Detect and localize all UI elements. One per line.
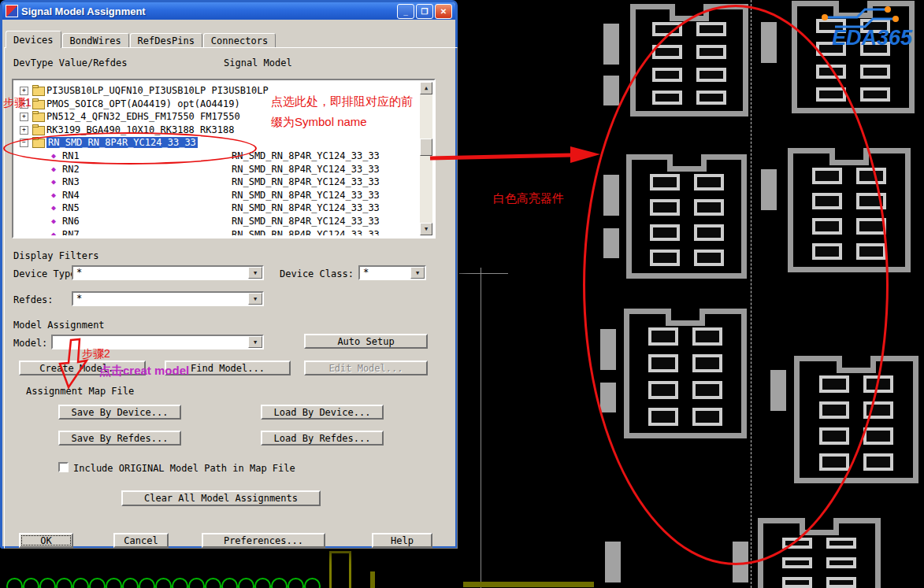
step1-note: 步骤1 bbox=[3, 96, 32, 110]
tree-row-label[interactable]: RN2 bbox=[62, 164, 80, 175]
device-type-value[interactable]: * bbox=[72, 265, 264, 280]
column-header-signal-model: Signal Model bbox=[224, 57, 292, 68]
load-by-refdes-button[interactable]: Load By Refdes... bbox=[261, 431, 384, 446]
tree-row-label[interactable]: PI3USB10LP_UQFN10_PI3USB10LP PI3USB10LP bbox=[46, 85, 269, 96]
tree-row-label[interactable]: PN512_4_QFN32_EDHS_FM17550 FM17550 bbox=[46, 111, 240, 122]
tree-expand-icon[interactable]: + bbox=[20, 126, 28, 135]
model-label: Model: bbox=[13, 338, 47, 349]
via-circle bbox=[89, 578, 106, 588]
pcb-component[interactable] bbox=[630, 4, 748, 116]
save-by-refdes-button[interactable]: Save By Refdes... bbox=[58, 431, 181, 446]
chevron-down-icon[interactable]: ▼ bbox=[248, 293, 262, 305]
tree-row-label[interactable]: RN6 bbox=[62, 216, 80, 227]
device-class-combo[interactable]: * ▼ bbox=[358, 265, 426, 280]
pcb-component[interactable] bbox=[626, 154, 747, 279]
folder-icon bbox=[32, 100, 45, 109]
refdes-value[interactable]: * bbox=[72, 291, 264, 306]
tab-bondwires[interactable]: BondWires bbox=[62, 33, 129, 48]
tab-devices[interactable]: Devices bbox=[6, 31, 61, 48]
tree-row[interactable]: ◆RN5RN_SMD_RN_8P4R_YC124_33_33 bbox=[15, 202, 420, 215]
pcb-pad bbox=[819, 427, 849, 445]
pcb-pad bbox=[648, 408, 678, 426]
tree-row-label[interactable]: RN_SMD_RN_8P4R_YC124_33_33 bbox=[46, 137, 198, 148]
tree-row-model: RN_SMD_RN_8P4R_YC124_33_33 bbox=[232, 229, 380, 235]
pcb-bar bbox=[733, 542, 748, 582]
folder-icon bbox=[32, 139, 45, 148]
pcb-pad bbox=[863, 427, 893, 445]
tree-expand-icon[interactable]: + bbox=[20, 87, 28, 95]
tree-row-label[interactable]: RN3 bbox=[62, 176, 80, 187]
scroll-up-button[interactable]: ▲ bbox=[420, 82, 432, 94]
save-by-device-button[interactable]: Save By Device... bbox=[58, 405, 181, 420]
pcb-trace bbox=[370, 571, 375, 588]
pcb-pad bbox=[692, 354, 722, 372]
via-circle bbox=[254, 578, 271, 588]
pcb-component[interactable] bbox=[794, 356, 918, 483]
pcb-pad bbox=[863, 453, 893, 471]
scroll-thumb[interactable] bbox=[420, 139, 432, 156]
pcb-pad bbox=[648, 354, 678, 372]
tree-row[interactable]: ◆RN2RN_SMD_RN_8P4R_YC124_33_33 bbox=[15, 163, 420, 176]
pcb-bar bbox=[761, 22, 777, 63]
pcb-component[interactable] bbox=[624, 309, 747, 438]
tree-scrollbar[interactable]: ▲ ▼ bbox=[420, 82, 432, 235]
ok-button[interactable]: OK bbox=[19, 533, 73, 548]
tree-row-label[interactable]: RN4 bbox=[62, 190, 80, 201]
chevron-down-icon[interactable]: ▼ bbox=[410, 267, 425, 279]
tree-row-label[interactable]: RN1 bbox=[62, 150, 80, 161]
tree-expand-icon[interactable]: − bbox=[20, 139, 28, 147]
tab-refdespins[interactable]: RefDesPins bbox=[130, 33, 202, 48]
pcb-bar bbox=[761, 169, 777, 210]
tree-row[interactable]: −RN_SMD_RN_8P4R_YC124_33_33 bbox=[15, 136, 420, 150]
pcb-bar bbox=[603, 76, 619, 105]
via-circle bbox=[139, 578, 155, 588]
dialog-titlebar[interactable]: Signal Model Assignment _ ❐ ✕ bbox=[2, 2, 455, 20]
preferences-button[interactable]: Preferences... bbox=[202, 533, 325, 548]
tree-row-label[interactable]: RK3199_BGA490_10X10_RK3188 RK3188 bbox=[46, 124, 234, 135]
pcb-pad bbox=[819, 453, 849, 471]
folder-icon bbox=[32, 87, 45, 96]
tree-row-label[interactable]: PMOS_SOIC8_OPT(AO4419) opt(AO4419) bbox=[46, 98, 240, 109]
refdes-combo[interactable]: * ▼ bbox=[72, 291, 264, 306]
display-filters-label: Display Filters bbox=[13, 250, 98, 261]
tab-connectors[interactable]: Connectors bbox=[203, 33, 276, 48]
help-button[interactable]: Help bbox=[372, 533, 432, 548]
via-circle bbox=[6, 578, 23, 588]
tree-row[interactable]: ◆RN6RN_SMD_RN_8P4R_YC124_33_33 bbox=[15, 215, 420, 228]
model-assignment-label: Model Assignment bbox=[13, 320, 105, 331]
pcb-pad bbox=[696, 22, 726, 36]
pin-diamond-icon: ◆ bbox=[51, 165, 56, 173]
pcb-pad bbox=[694, 199, 724, 216]
tree-row[interactable]: ◆RN4RN_SMD_RN_8P4R_YC124_33_33 bbox=[15, 189, 420, 202]
edit-model-button[interactable]: Edit Model... bbox=[304, 361, 428, 375]
include-original-path-checkbox[interactable] bbox=[58, 462, 69, 472]
tree-row-model: RN_SMD_RN_8P4R_YC124_33_33 bbox=[232, 216, 380, 227]
tree-row-label[interactable]: RN7 bbox=[62, 229, 80, 235]
tree-row[interactable]: ◆RN1RN_SMD_RN_8P4R_YC124_33_33 bbox=[15, 150, 420, 163]
pcb-component[interactable] bbox=[758, 518, 881, 588]
tree-row[interactable]: ◆RN7RN_SMD_RN_8P4R_YC124_33_33 bbox=[15, 228, 420, 235]
chevron-down-icon[interactable]: ▼ bbox=[248, 267, 262, 279]
scroll-down-button[interactable]: ▼ bbox=[420, 223, 432, 235]
pcb-pad bbox=[826, 557, 856, 568]
load-by-device-button[interactable]: Load By Device... bbox=[261, 405, 384, 420]
tree-row[interactable]: ◆RN3RN_SMD_RN_8P4R_YC124_33_33 bbox=[15, 176, 420, 189]
tree-row-label[interactable]: RN5 bbox=[62, 202, 80, 213]
minimize-button[interactable]: _ bbox=[397, 4, 414, 19]
pcb-pad bbox=[860, 65, 890, 79]
pcb-pad bbox=[812, 193, 842, 209]
pcb-pad bbox=[856, 218, 886, 235]
tree-expand-icon[interactable]: + bbox=[20, 113, 28, 121]
maximize-button[interactable]: ❐ bbox=[416, 4, 433, 19]
chevron-down-icon[interactable]: ▼ bbox=[248, 336, 262, 348]
clear-all-assignments-button[interactable]: Clear All Model Assignments bbox=[121, 490, 321, 506]
pcb-component[interactable] bbox=[788, 148, 911, 272]
device-type-combo[interactable]: * ▼ bbox=[72, 265, 264, 280]
auto-setup-button[interactable]: Auto Setup bbox=[304, 334, 428, 349]
close-button[interactable]: ✕ bbox=[435, 4, 452, 19]
via-circle bbox=[122, 578, 139, 588]
cancel-button[interactable]: Cancel bbox=[113, 533, 169, 548]
assignment-map-file-label: Assignment Map File bbox=[26, 386, 134, 397]
component-notch bbox=[829, 148, 869, 165]
pin-diamond-icon: ◆ bbox=[51, 230, 56, 235]
